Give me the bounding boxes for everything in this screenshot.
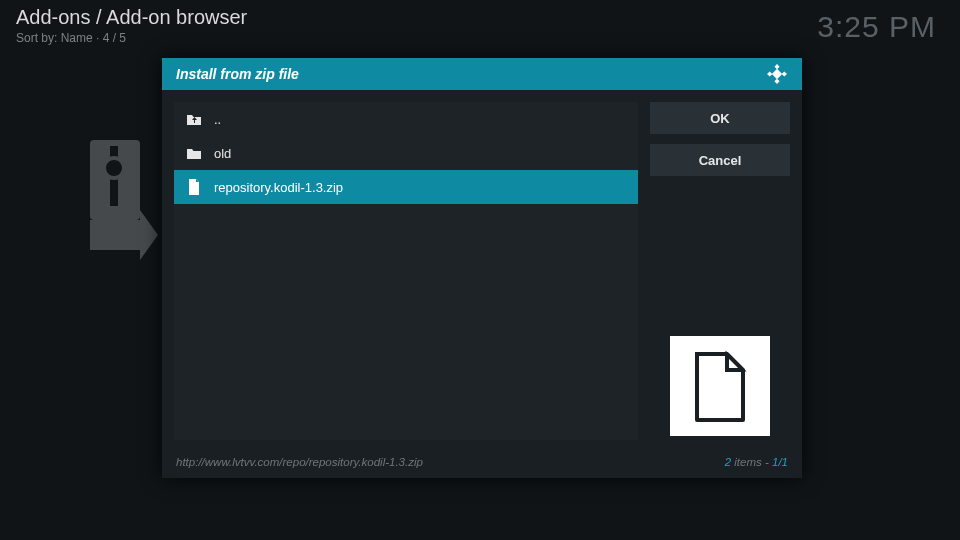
cancel-button[interactable]: Cancel — [650, 144, 790, 176]
breadcrumb-area: Add-ons / Add-on browser Sort by: Name ·… — [16, 6, 247, 45]
dialog-side-pane: OK Cancel — [650, 102, 790, 440]
svg-rect-7 — [772, 69, 782, 79]
svg-rect-4 — [767, 71, 772, 76]
file-icon — [186, 179, 202, 195]
footer-count: 2 items - 1/1 — [725, 456, 788, 468]
file-label: .. — [214, 112, 221, 127]
document-icon — [691, 350, 749, 422]
svg-rect-6 — [774, 79, 779, 84]
sort-status: Sort by: Name · 4 / 5 — [16, 31, 247, 45]
svg-point-2 — [104, 158, 124, 178]
kodi-logo-icon — [766, 63, 788, 85]
dialog-footer: http://www.lvtvv.com/repo/repository.kod… — [162, 452, 802, 478]
clock: 3:25 PM — [817, 10, 936, 44]
file-label: old — [214, 146, 231, 161]
file-list: .. old repository.kodil-1.3.zip — [174, 102, 638, 440]
footer-path: http://www.lvtvv.com/repo/repository.kod… — [176, 456, 423, 468]
file-preview — [670, 336, 770, 436]
file-row-folder[interactable]: old — [174, 136, 638, 170]
breadcrumb: Add-ons / Add-on browser — [16, 6, 247, 29]
folder-icon — [186, 145, 202, 161]
svg-rect-3 — [774, 64, 779, 69]
zip-install-icon — [80, 140, 160, 260]
file-row-zip[interactable]: repository.kodil-1.3.zip — [174, 170, 638, 204]
svg-rect-5 — [782, 71, 787, 76]
file-label: repository.kodil-1.3.zip — [214, 180, 343, 195]
folder-up-icon — [186, 111, 202, 127]
ok-button[interactable]: OK — [650, 102, 790, 134]
install-from-zip-dialog: Install from zip file .. — [162, 58, 802, 478]
dialog-header: Install from zip file — [162, 58, 802, 90]
file-row-parent[interactable]: .. — [174, 102, 638, 136]
dialog-title: Install from zip file — [176, 66, 299, 82]
